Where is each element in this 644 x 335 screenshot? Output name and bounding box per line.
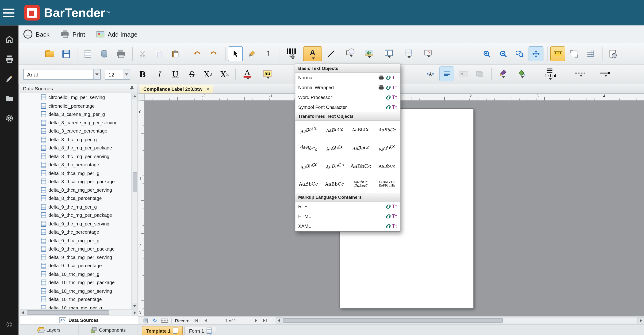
transformed-sample[interactable]: AaBbCc <box>295 121 322 139</box>
chevron-down-icon[interactable] <box>93 69 100 79</box>
data-sources-footer-button[interactable]: ab Data Sources <box>20 316 138 325</box>
chevron-down-icon[interactable] <box>502 76 505 78</box>
list-item[interactable]: delta_10_thc_mg_per_g <box>20 270 132 279</box>
list-item[interactable]: delta_8_thca_mg_per_package <box>20 177 132 186</box>
transformed-sample[interactable]: AaBbCcDd EeFfGgHh <box>374 175 400 193</box>
list-item[interactable]: citronellol_mg_per_serving <box>20 93 132 102</box>
list-item[interactable]: delta_9_thc_mg_per_g <box>20 203 132 211</box>
document-options-button[interactable] <box>605 46 620 61</box>
scrollbar-thumb[interactable] <box>132 172 137 192</box>
zoom-region-button[interactable] <box>512 46 527 61</box>
transformed-sample[interactable]: AaBbCc <box>322 175 348 193</box>
transformed-sample[interactable]: AaBbCc <box>348 121 374 139</box>
chevron-down-icon[interactable] <box>266 76 270 79</box>
chevron-down-icon[interactable] <box>349 55 352 57</box>
tab-form-1[interactable]: Form 1 <box>184 326 216 335</box>
list-item[interactable]: delta_9_thca_mg_per_package <box>20 245 132 253</box>
menu-item-symbol-font-character[interactable]: Symbol Font Character O Tt <box>295 102 400 112</box>
document-tab[interactable]: Compliance Label 2x3.btw × <box>140 85 213 93</box>
list-item[interactable]: delta_10_thc_mg_per_package <box>20 279 132 287</box>
list-item[interactable]: delta_9_thc_percentage <box>20 228 132 236</box>
chevron-down-icon[interactable] <box>246 78 250 80</box>
highlight-color-button[interactable]: ab <box>258 67 277 82</box>
settings-gear-icon[interactable] <box>4 113 14 123</box>
print-view-icon[interactable] <box>4 54 14 64</box>
scroll-down-button[interactable] <box>132 303 138 309</box>
pin-icon[interactable] <box>129 85 134 92</box>
zoom-out-button[interactable] <box>496 46 510 61</box>
chevron-down-icon[interactable] <box>291 57 294 59</box>
previous-record-button[interactable] <box>202 318 209 324</box>
save-button[interactable] <box>59 46 74 61</box>
italic-button[interactable]: I <box>151 67 167 82</box>
transformed-sample[interactable]: AaBbCc <box>322 157 348 175</box>
chevron-down-icon[interactable] <box>520 76 524 78</box>
strikethrough-button[interactable]: S <box>184 67 200 82</box>
database-setup-button[interactable] <box>97 46 112 61</box>
scrollbar-thumb[interactable] <box>283 318 503 323</box>
scroll-right-button[interactable] <box>132 310 138 316</box>
open-button[interactable] <box>42 46 57 61</box>
list-item[interactable]: delta_3_carene_mg_per_serving <box>20 118 132 127</box>
transformed-sample[interactable]: AaBbCc <box>295 139 322 157</box>
transformed-sample[interactable]: AaBbCc <box>295 157 322 175</box>
list-item[interactable]: delta_10_thc_percentage <box>20 295 132 304</box>
transformed-sample[interactable]: AaBbCc <box>374 139 400 157</box>
chevron-down-icon[interactable] <box>368 56 371 58</box>
vertical-scrollbar[interactable] <box>132 93 138 309</box>
next-record-button[interactable] <box>252 318 259 324</box>
hamburger-menu-icon[interactable] <box>0 0 18 25</box>
chevron-down-icon[interactable] <box>407 56 410 58</box>
line-tool-button[interactable] <box>324 46 338 61</box>
bold-button[interactable]: B <box>134 67 151 82</box>
transformed-sample[interactable]: AaBbCc <box>295 175 322 193</box>
refresh-data-icon[interactable]: ↻ <box>151 317 159 324</box>
text-auto-fit-button[interactable]: A <box>423 67 438 81</box>
print-area-button[interactable] <box>567 46 582 61</box>
chevron-down-icon[interactable] <box>548 78 552 80</box>
text-tool-button[interactable]: A <box>303 46 322 61</box>
zoom-in-button[interactable] <box>479 46 494 61</box>
add-image-button[interactable]: Add Image <box>97 30 138 37</box>
chevron-down-icon[interactable] <box>579 75 582 77</box>
menu-item-normal[interactable]: Normal O Tt <box>295 73 400 83</box>
select-tool-button[interactable] <box>228 46 243 61</box>
undo-button[interactable] <box>190 46 205 61</box>
list-item[interactable]: delta_10_thca_mg_per_g <box>20 304 132 309</box>
list-item[interactable]: delta_9_thca_mg_per_serving <box>20 253 132 262</box>
last-record-button[interactable] <box>262 318 268 324</box>
paragraph-align-button[interactable] <box>440 67 454 81</box>
tab-layers[interactable]: Layers <box>20 325 79 335</box>
first-record-button[interactable] <box>193 318 200 324</box>
list-item[interactable]: delta_10_thc_mg_per_serving <box>20 287 132 295</box>
paste-button[interactable] <box>168 46 183 61</box>
list-item[interactable]: delta_3_carene_percentage <box>20 127 132 135</box>
fill-color-button[interactable] <box>513 67 530 81</box>
list-item[interactable]: delta_8_thc_mg_per_serving <box>20 152 132 160</box>
line-weight-select[interactable]: 1.0 pt <box>532 67 567 81</box>
transformed-sample[interactable]: AaBbCc <box>322 121 348 139</box>
line-color-button[interactable] <box>494 67 512 81</box>
picture-effects-button[interactable] <box>472 67 487 81</box>
table-tool-button[interactable] <box>380 46 398 61</box>
font-size-select[interactable]: 12 <box>105 69 130 80</box>
list-item[interactable]: delta_8_thca_mg_per_serving <box>20 186 132 194</box>
libraries-icon[interactable] <box>4 94 14 103</box>
scroll-right-button[interactable] <box>638 318 644 324</box>
list-item[interactable]: delta_8_thc_mg_per_g <box>20 135 132 144</box>
keyboard-input-icon[interactable] <box>160 317 168 324</box>
image-tool-button[interactable] <box>360 46 378 61</box>
format-painter-button[interactable] <box>244 46 259 61</box>
subscript-button[interactable]: X2 <box>200 67 216 82</box>
edit-text-tool-button[interactable]: I <box>261 46 276 61</box>
menu-item-word-processor[interactable]: Word Processor O Tt <box>295 92 400 102</box>
transformed-sample[interactable]: AaBbCc <box>374 121 400 139</box>
dash-style-select[interactable] <box>569 67 592 81</box>
transformed-sample[interactable]: AaBbCc <box>348 139 374 157</box>
design-view-icon[interactable] <box>4 74 14 84</box>
about-copyright-icon[interactable]: © <box>6 320 12 329</box>
scroll-up-button[interactable] <box>132 93 138 99</box>
scroll-left-button[interactable] <box>275 318 282 324</box>
home-icon[interactable] <box>4 34 14 44</box>
transformed-sample[interactable]: AaBbCc <box>374 157 400 175</box>
